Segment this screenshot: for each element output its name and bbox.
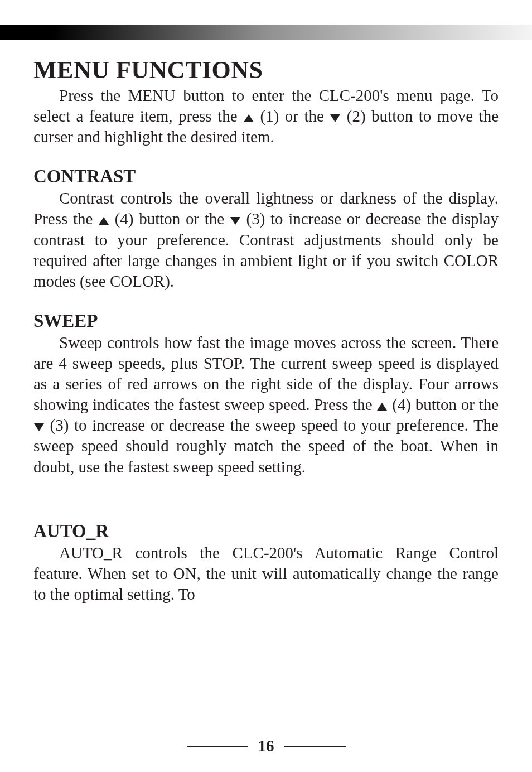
up-triangle-icon [243, 114, 254, 123]
svg-marker-1 [330, 114, 340, 122]
contrast-paragraph: Contrast controls the overall lightness … [33, 188, 499, 292]
title-menu-functions: MENU FUNCTIONS [33, 56, 499, 84]
auto-r-text: AUTO_R controls the CLC-200's Automatic … [33, 544, 499, 603]
svg-marker-5 [34, 423, 44, 431]
page-content: MENU FUNCTIONS Press the MENU button to … [33, 56, 499, 605]
heading-contrast: CONTRAST [33, 166, 499, 187]
up-triangle-icon [376, 402, 388, 411]
heading-auto-r: AUTO_R [33, 521, 499, 542]
contrast-text-2: (4) button or the [115, 210, 230, 228]
intro-paragraph: Press the MENU button to enter the CLC-2… [33, 85, 499, 147]
svg-marker-3 [230, 217, 240, 225]
svg-marker-2 [99, 217, 109, 225]
auto-r-paragraph: AUTO_R controls the CLC-200's Automatic … [33, 543, 499, 605]
down-triangle-icon [330, 114, 341, 123]
down-triangle-icon [33, 423, 45, 432]
svg-marker-4 [377, 403, 387, 411]
down-triangle-icon [230, 216, 241, 225]
intro-text-2: (1) or the [260, 107, 330, 125]
sweep-text-2: (4) button or the [392, 395, 499, 413]
heading-sweep: SWEEP [33, 311, 499, 331]
footer-rule-right [284, 746, 346, 747]
page-number: 16 [258, 737, 274, 755]
footer-rule-left [187, 746, 248, 747]
header-gradient-bar [0, 25, 532, 40]
sweep-paragraph: Sweep controls how fast the image moves … [33, 332, 499, 477]
sweep-text-3: (3) to increase or decrease the sweep sp… [33, 416, 499, 475]
svg-marker-0 [244, 114, 254, 122]
page-footer: 16 [0, 737, 532, 755]
up-triangle-icon [98, 216, 109, 225]
